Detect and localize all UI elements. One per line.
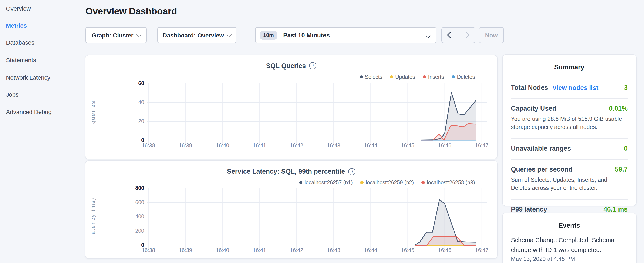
x-axis-tick-label: 16:45	[401, 247, 414, 253]
y-axis-tick-label: 20	[138, 118, 144, 124]
sql-queries-chart[interactable]: 16:3816:3916:4016:4116:4216:4316:4416:45…	[86, 55, 498, 160]
x-axis-tick-label: 16:44	[364, 247, 378, 253]
x-axis-tick-label: 16:39	[179, 247, 192, 253]
x-axis-tick-label: 16:39	[179, 142, 192, 148]
previous-time-window-button[interactable]	[442, 28, 458, 43]
x-axis-tick-label: 16:43	[327, 247, 340, 253]
chevron-down-icon	[227, 32, 232, 36]
event-list-item[interactable]: Schema Change Completed: Schema change w…	[511, 235, 628, 262]
y-axis-tick-label: 0	[141, 137, 144, 143]
sql-queries-chart-card: SQL Queries i Selects Updates Inserts De…	[85, 55, 498, 159]
summary-row-capacity-used: Capacity Used 0.01% You are using 28.6 M…	[511, 99, 628, 139]
x-axis-tick-label: 16:41	[253, 247, 266, 253]
metric-description: You are using 28.6 MiB of 515.9 GiB usab…	[511, 115, 628, 131]
db-console-overview-page: Overview Metrics Databases Statements Ne…	[0, 0, 644, 263]
x-axis-tick-label: 16:47	[475, 142, 488, 148]
time-window-pager	[441, 27, 475, 43]
summary-row-queries-per-second: Queries per second 59.7 Sum of Selects, …	[511, 159, 628, 199]
time-range-label: Past 10 Minutes	[283, 32, 426, 39]
sidebar-item-jobs[interactable]: Jobs	[6, 91, 18, 98]
metric-label: Capacity Used	[511, 105, 556, 112]
x-axis-tick-label: 16:46	[438, 247, 451, 253]
metric-value: 46.1 ms	[604, 205, 628, 213]
view-nodes-list-link[interactable]: View nodes list	[552, 84, 598, 91]
y-axis-tick-label: 60	[138, 80, 144, 86]
x-axis-tick-label: 16:42	[290, 247, 304, 253]
chevron-down-icon	[136, 32, 141, 36]
sidebar-item-advanced-debug[interactable]: Advanced Debug	[6, 109, 52, 115]
y-axis-tick-label: 600	[135, 199, 144, 205]
dashboard-dropdown[interactable]: Dashboard: Overview	[157, 27, 236, 43]
x-axis-tick-label: 16:43	[327, 142, 340, 148]
summary-title: Summary	[502, 63, 636, 71]
event-message: Schema Change Completed: Schema change w…	[511, 235, 628, 254]
time-range-badge: 10m	[260, 31, 277, 39]
graph-scope-dropdown[interactable]: Graph: Cluster	[86, 27, 147, 43]
x-axis-tick-label: 16:45	[401, 142, 414, 148]
time-range-picker[interactable]: 10m Past 10 Minutes	[255, 27, 436, 43]
x-axis-tick-label: 16:46	[438, 142, 451, 148]
chevron-down-icon	[426, 31, 430, 39]
summary-panel: Summary Total Nodes View nodes list 3 Ca…	[502, 54, 636, 206]
x-axis-tick-label: 16:44	[364, 142, 378, 148]
x-axis-tick-label: 16:42	[290, 142, 304, 148]
sidebar-item-statements[interactable]: Statements	[6, 57, 36, 63]
events-title: Events	[502, 222, 636, 229]
metric-label: Total Nodes	[511, 84, 548, 91]
metric-value: 59.7	[615, 165, 628, 173]
y-axis-label: latency (ms)	[90, 197, 96, 236]
x-axis-tick-label: 16:38	[142, 247, 155, 253]
graph-scope-label: Graph: Cluster	[92, 32, 133, 39]
event-timestamp: May 13, 2020 at 4:45 PM	[511, 256, 628, 262]
sidebar-item-network-latency[interactable]: Network Latency	[6, 74, 50, 81]
x-axis-tick-label: 16:41	[253, 142, 266, 148]
sidebar-item-overview[interactable]: Overview	[6, 5, 31, 12]
metric-value: 0.01%	[609, 105, 628, 112]
x-axis-tick-label: 16:40	[216, 142, 229, 148]
y-axis-tick-label: 0	[141, 242, 144, 248]
x-axis-tick-label: 16:47	[475, 247, 488, 253]
y-axis-tick-label: 800	[135, 185, 144, 191]
chevron-left-icon	[447, 32, 454, 38]
metric-value: 0	[624, 144, 628, 152]
summary-row-unavailable-ranges: Unavailable ranges 0	[511, 139, 628, 159]
service-latency-chart-card: Service Latency: SQL, 99th percentile i …	[85, 160, 498, 259]
metric-label: Queries per second	[511, 165, 572, 173]
y-axis-tick-label: 400	[135, 213, 144, 219]
service-latency-chart[interactable]: 16:3816:3916:4016:4116:4216:4316:4416:45…	[86, 161, 498, 259]
dashboard-dropdown-label: Dashboard: Overview	[163, 32, 224, 39]
y-axis-tick-label: 40	[138, 99, 144, 105]
metric-label: Unavailable ranges	[511, 144, 571, 152]
metric-label: P99 latency	[511, 205, 547, 213]
y-axis-label: queries	[90, 100, 96, 124]
now-button[interactable]: Now	[479, 27, 504, 43]
x-axis-tick-label: 16:40	[216, 247, 229, 253]
events-panel: Events Schema Change Completed: Schema c…	[502, 213, 636, 263]
metric-value: 3	[624, 84, 628, 91]
next-time-window-button[interactable]	[458, 28, 475, 43]
sidebar-item-databases[interactable]: Databases	[6, 39, 34, 46]
sidebar-item-metrics[interactable]: Metrics	[6, 22, 27, 29]
metric-description: Sum of Selects, Updates, Inserts, and De…	[511, 176, 628, 192]
controls-divider	[248, 27, 249, 43]
summary-row-total-nodes: Total Nodes View nodes list 3	[511, 78, 628, 99]
chevron-right-icon	[463, 32, 469, 38]
page-title: Overview Dashboard	[86, 6, 177, 17]
x-axis-tick-label: 16:38	[142, 142, 155, 148]
y-axis-tick-label: 200	[135, 228, 144, 234]
